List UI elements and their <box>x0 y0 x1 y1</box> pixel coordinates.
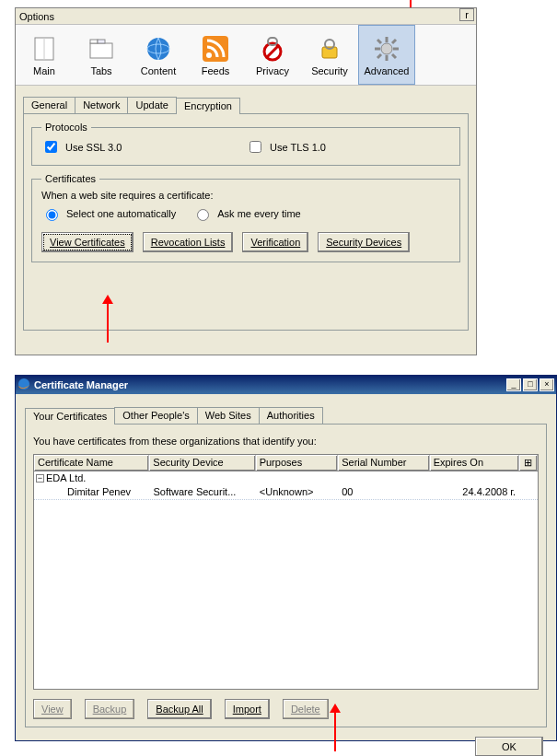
col-name[interactable]: Certificate Name <box>34 455 149 471</box>
col-device[interactable]: Security Device <box>149 455 255 471</box>
close-icon[interactable]: × <box>540 378 554 391</box>
protocols-legend: Protocols <box>41 122 91 133</box>
tab-your-certificates[interactable]: Your Certificates <box>25 408 115 425</box>
options-titlebar: Options r <box>16 8 476 25</box>
toolbar-security[interactable]: Security <box>301 25 358 85</box>
ok-button[interactable]: OK <box>475 737 543 756</box>
gear-icon <box>372 34 401 64</box>
cert-list[interactable]: − EDA Ltd. Dimitar Penev Software Securi… <box>33 471 539 690</box>
certmgr-titlebar: Certificate Manager _ □ × <box>16 376 556 394</box>
col-purposes[interactable]: Purposes <box>256 455 339 471</box>
annotation-arrow-import <box>330 704 341 751</box>
tree-collapse-icon[interactable]: − <box>36 474 44 483</box>
annotation-arrow-view-certs <box>102 295 113 343</box>
tab-other-peoples[interactable]: Other People's <box>114 407 197 424</box>
cert-row[interactable]: Dimitar Penev Software Securit... <Unkno… <box>34 484 538 500</box>
tab-encryption[interactable]: Encryption <box>176 98 240 114</box>
options-toolbar: Main Tabs Content Feeds Privacy <box>16 25 476 86</box>
backup-all-button[interactable]: Backup All <box>147 699 211 719</box>
svg-point-5 <box>147 38 169 60</box>
tab-general[interactable]: General <box>23 97 75 113</box>
firefox-icon <box>17 378 30 392</box>
svg-rect-4 <box>98 40 105 43</box>
cert-prompt: When a web site requires a certificate: <box>41 190 450 201</box>
svg-line-21 <box>377 54 381 58</box>
verification-button[interactable]: Verification <box>242 232 308 252</box>
ask-radio[interactable] <box>197 209 209 221</box>
advanced-tabs: General Network Update Encryption <box>23 97 469 113</box>
backup-button[interactable]: Backup <box>85 699 135 719</box>
tab-authorities[interactable]: Authorities <box>259 407 323 424</box>
toolbar-content-label: Content <box>141 65 177 76</box>
toolbar-advanced-label: Advanced <box>365 65 410 76</box>
view-certificates-button[interactable]: View Certificates <box>41 232 133 252</box>
cert-list-header: Certificate Name Security Device Purpose… <box>33 454 539 471</box>
maximize-icon[interactable]: □ <box>523 378 538 391</box>
tabs-icon <box>87 34 116 64</box>
cert-group-label: EDA Ltd. <box>46 472 86 483</box>
main-icon <box>29 34 59 64</box>
svg-rect-7 <box>203 36 228 62</box>
view-button[interactable]: View <box>33 699 72 719</box>
toolbar-content[interactable]: Content <box>130 25 187 85</box>
tab-update[interactable]: Update <box>127 97 176 113</box>
minimize-icon[interactable]: _ <box>506 378 521 391</box>
privacy-icon <box>258 34 287 64</box>
ssl-label: Use SSL 3.0 <box>65 142 122 153</box>
toolbar-main-label: Main <box>33 65 55 76</box>
svg-line-19 <box>377 40 381 43</box>
certmgr-title: Certificate Manager <box>34 379 128 390</box>
certificates-legend: Certificates <box>41 173 99 184</box>
delete-button[interactable]: Delete <box>283 699 329 719</box>
cell-purposes: <Unknown> <box>256 484 338 499</box>
col-picker-icon[interactable]: ⊞ <box>519 455 538 471</box>
encryption-panel: Protocols Use SSL 3.0 Use TLS 1.0 Certif… <box>23 113 469 331</box>
toolbar-feeds-label: Feeds <box>202 65 230 76</box>
tls-label: Use TLS 1.0 <box>270 142 326 153</box>
cert-group-row[interactable]: − EDA Ltd. <box>34 471 538 484</box>
toolbar-feeds[interactable]: Feeds <box>187 25 244 85</box>
svg-line-20 <box>392 54 396 58</box>
options-window: Options r Main Tabs Content Feeds <box>15 7 477 355</box>
tab-web-sites[interactable]: Web Sites <box>197 407 260 424</box>
col-expires[interactable]: Expires On <box>430 455 519 471</box>
content-icon <box>144 34 173 64</box>
toolbar-tabs[interactable]: Tabs <box>73 25 130 85</box>
close-icon[interactable]: r <box>459 8 474 21</box>
certificates-group: Certificates When a web site requires a … <box>31 173 460 262</box>
svg-line-22 <box>392 40 396 43</box>
cell-serial: 00 <box>338 484 429 499</box>
toolbar-main[interactable]: Main <box>16 25 73 85</box>
cell-expires: 24.4.2008 г. <box>430 484 519 499</box>
feeds-icon <box>201 34 230 64</box>
svg-rect-2 <box>90 43 112 58</box>
your-certificates-panel: You have certificates from these organiz… <box>25 424 547 727</box>
protocols-group: Protocols Use SSL 3.0 Use TLS 1.0 <box>31 122 460 166</box>
ssl-checkbox[interactable] <box>45 141 57 153</box>
cell-name: Dimitar Penev <box>34 484 149 499</box>
import-button[interactable]: Import <box>225 699 270 719</box>
cell-device: Software Securit... <box>149 484 255 499</box>
tls-checkbox[interactable] <box>249 141 261 153</box>
auto-radio[interactable] <box>46 209 58 221</box>
svg-point-8 <box>206 52 212 58</box>
certificate-manager-window: Certificate Manager _ □ × Your Certifica… <box>15 375 557 741</box>
toolbar-privacy[interactable]: Privacy <box>244 25 301 85</box>
toolbar-tabs-label: Tabs <box>90 65 111 76</box>
toolbar-advanced[interactable]: Advanced <box>358 25 415 85</box>
tab-network[interactable]: Network <box>75 97 128 113</box>
toolbar-security-label: Security <box>311 65 348 76</box>
svg-rect-3 <box>90 40 98 43</box>
toolbar-privacy-label: Privacy <box>256 65 289 76</box>
col-serial[interactable]: Serial Number <box>338 455 429 471</box>
security-icon <box>315 34 344 64</box>
certmgr-description: You have certificates from these organiz… <box>33 436 539 447</box>
ask-label: Ask me every time <box>217 208 300 219</box>
security-devices-button[interactable]: Security Devices <box>318 232 410 252</box>
svg-point-14 <box>381 43 392 54</box>
revocation-lists-button[interactable]: Revocation Lists <box>143 232 234 252</box>
auto-label: Select one automatically <box>66 208 176 219</box>
options-title: Options <box>17 8 54 24</box>
certmgr-tabs: Your Certificates Other People's Web Sit… <box>25 407 547 424</box>
